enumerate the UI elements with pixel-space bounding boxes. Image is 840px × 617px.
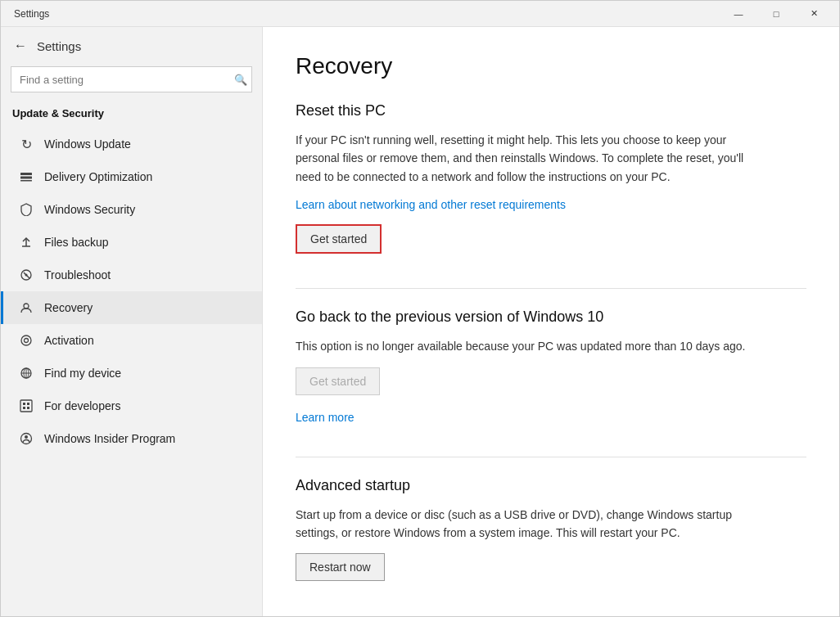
reset-pc-get-started-button[interactable]: Get started [296, 224, 382, 254]
sidebar-search-container: 🔍 [11, 66, 252, 92]
sidebar-app-title: Settings [37, 39, 81, 53]
svg-rect-17 [23, 403, 25, 405]
sidebar-section-title: Update & Security [1, 102, 262, 128]
delivery-optimization-icon [18, 169, 34, 185]
sidebar-item-label: Files backup [44, 236, 109, 249]
main-area: ← Settings 🔍 Update & Security ↻ Windows… [1, 27, 839, 616]
advanced-startup-description: Start up from a device or disc (such as … [296, 506, 754, 543]
sidebar-item-troubleshoot[interactable]: Troubleshoot [1, 259, 262, 291]
svg-point-10 [21, 336, 31, 345]
sidebar-item-activation[interactable]: Activation [1, 324, 262, 357]
sidebar-item-label: Delivery Optimization [44, 170, 152, 183]
sidebar-item-find-my-device[interactable]: Find my device [1, 357, 262, 390]
sidebar-item-for-developers[interactable]: For developers [1, 390, 262, 422]
svg-rect-1 [20, 177, 32, 179]
reset-pc-link[interactable]: Learn about networking and other reset r… [296, 198, 566, 211]
sidebar-item-delivery-optimization[interactable]: Delivery Optimization [1, 160, 262, 193]
content-area: Recovery Reset this PC If your PC isn't … [263, 27, 839, 616]
svg-rect-19 [23, 407, 25, 409]
sidebar-item-label: Activation [44, 334, 94, 347]
sidebar-item-label: For developers [44, 399, 120, 412]
minimize-button[interactable]: — [720, 1, 757, 27]
sidebar-header: ← Settings [1, 27, 262, 61]
go-back-title: Go back to the previous version of Windo… [296, 308, 806, 326]
svg-rect-0 [20, 173, 32, 175]
divider-1 [296, 288, 806, 289]
back-button[interactable]: ← [12, 37, 29, 55]
sidebar-item-label: Windows Insider Program [44, 432, 175, 445]
page-title: Recovery [296, 53, 806, 79]
go-back-link[interactable]: Learn more [296, 411, 355, 424]
titlebar-title: Settings [14, 8, 720, 20]
sidebar-item-label: Windows Security [44, 203, 135, 216]
svg-rect-18 [27, 403, 29, 405]
settings-window: Settings — □ ✕ ← Settings 🔍 Update & Sec… [0, 0, 840, 617]
reset-pc-title: Reset this PC [296, 102, 806, 119]
svg-rect-16 [20, 400, 32, 412]
reset-pc-description: If your PC isn't running well, resetting… [296, 131, 754, 186]
sidebar-item-recovery[interactable]: Recovery [1, 291, 262, 324]
sidebar-item-label: Recovery [44, 301, 93, 314]
svg-rect-20 [27, 407, 29, 409]
svg-point-9 [24, 304, 29, 308]
sidebar-item-windows-security[interactable]: Windows Security [1, 193, 262, 226]
sidebar-item-label: Troubleshoot [44, 268, 111, 281]
sidebar-item-windows-update[interactable]: ↻ Windows Update [1, 128, 262, 160]
svg-rect-2 [20, 180, 32, 182]
windows-update-icon: ↻ [18, 136, 34, 152]
go-back-get-started-button[interactable]: Get started [296, 367, 380, 395]
restart-now-button[interactable]: Restart now [296, 553, 385, 581]
activation-icon [18, 332, 34, 349]
svg-point-8 [25, 274, 28, 277]
divider-2 [296, 457, 806, 457]
close-button[interactable]: ✕ [795, 1, 833, 27]
windows-security-icon [18, 201, 34, 218]
recovery-icon [18, 299, 34, 316]
svg-point-22 [25, 435, 28, 439]
sidebar-item-windows-insider[interactable]: Windows Insider Program [1, 422, 262, 455]
search-icon[interactable]: 🔍 [234, 74, 247, 86]
sidebar: ← Settings 🔍 Update & Security ↻ Windows… [1, 27, 263, 616]
files-backup-icon [18, 234, 34, 250]
sidebar-item-files-backup[interactable]: Files backup [1, 226, 262, 259]
maximize-button[interactable]: □ [757, 1, 795, 27]
titlebar: Settings — □ ✕ [1, 1, 839, 27]
titlebar-controls: — □ ✕ [720, 1, 833, 27]
sidebar-item-label: Find my device [44, 367, 121, 380]
advanced-startup-title: Advanced startup [296, 477, 806, 494]
for-developers-icon [18, 398, 34, 414]
svg-point-11 [25, 339, 29, 343]
sidebar-nav: ↻ Windows Update Delivery Optimization [1, 128, 262, 616]
find-my-device-icon [18, 365, 34, 381]
sidebar-item-label: Windows Update [44, 137, 131, 151]
go-back-description: This option is no longer available becau… [296, 337, 754, 355]
search-input[interactable] [11, 66, 252, 92]
troubleshoot-icon [18, 267, 34, 283]
windows-insider-icon [18, 430, 34, 447]
